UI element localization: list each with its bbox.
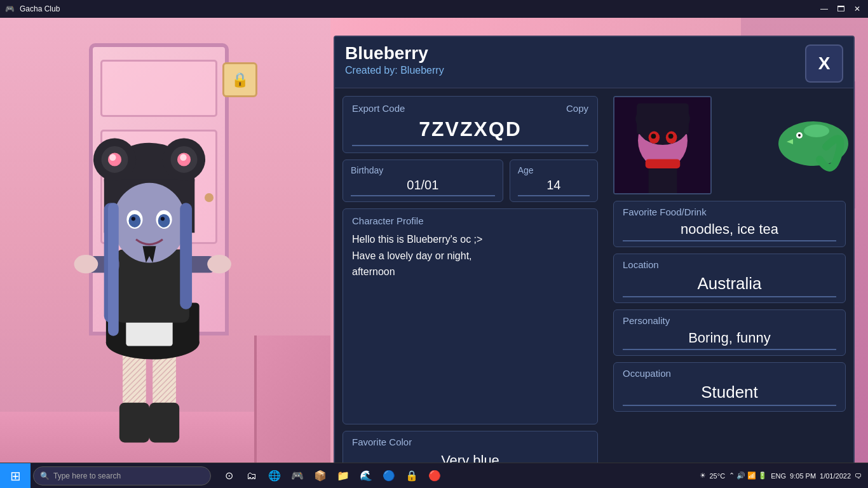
personality-label: Personality — [623, 315, 836, 326]
favorite-food-label: Favorite Food/Drink — [623, 207, 836, 217]
taskbar-app2[interactable]: 🎮 — [288, 467, 306, 485]
language: ENG — [771, 472, 786, 480]
maximize-button[interactable]: 🗖 — [835, 3, 846, 15]
svg-point-30 — [158, 214, 170, 227]
occupation-label: Occupation — [623, 368, 836, 379]
taskbar-search[interactable]: 🔍 Type here to search — [33, 466, 211, 485]
taskbar-browser2[interactable]: 🔴 — [426, 467, 444, 485]
start-button[interactable]: ⊞ — [0, 463, 31, 489]
occupation-section: Occupation Student — [613, 362, 846, 412]
character-profile-section: Character Profile Hello this is Blueberr… — [342, 208, 598, 424]
export-code-section: Export Code Copy 7ZVZXQD — [342, 96, 598, 153]
taskbar-pinned-apps: ⊙ 🗂 🌐 🎮 📦 📁 🌊 🔵 🔒 🔴 — [214, 467, 450, 485]
modal-left-column: Export Code Copy 7ZVZXQD Birthday 01/01 … — [335, 88, 606, 463]
close-modal-button[interactable]: X — [805, 44, 843, 83]
birthday-label: Birthday — [351, 165, 495, 175]
taskbar-task-view[interactable]: 🗂 — [243, 467, 261, 485]
location-label: Location — [623, 259, 836, 270]
age-label: Age — [518, 165, 590, 175]
personality-section: Personality Boring, funny — [613, 309, 846, 356]
personality-value: Boring, funny — [623, 330, 836, 350]
svg-rect-51 — [646, 159, 681, 168]
svg-rect-34 — [108, 203, 119, 336]
svg-point-31 — [132, 217, 135, 220]
close-button[interactable]: ✕ — [851, 3, 863, 15]
titlebar: 🎮 Gacha Club — 🗖 ✕ — [0, 0, 868, 18]
svg-point-55 — [798, 134, 801, 137]
taskbar-system-tray: ☀ 25°C ⌃ 🔊 📶 🔋 ENG 9:05 PM 1/01/2022 🗨 — [700, 471, 869, 480]
minimize-button[interactable]: — — [818, 3, 830, 15]
location-value: Australia — [623, 274, 836, 297]
modal-right-column: Favorite Food/Drink noodles, ice tea Loc… — [606, 88, 853, 463]
modal-body: Export Code Copy 7ZVZXQD Birthday 01/01 … — [335, 88, 853, 463]
avatar-row — [613, 96, 846, 194]
age-box: Age 14 — [510, 159, 598, 202]
taskbar-chrome[interactable]: 🔵 — [380, 467, 398, 485]
taskbar-app3[interactable]: 📦 — [311, 467, 329, 485]
copy-button[interactable]: Copy — [566, 103, 588, 114]
date: 1/01/2022 — [820, 472, 851, 480]
favorite-food-value: noodles, ice tea — [623, 221, 836, 241]
taskbar-edge[interactable]: 🌊 — [357, 467, 375, 485]
location-section: Location Australia — [613, 254, 846, 303]
taskbar: ⊞ 🔍 Type here to search ⊙ 🗂 🌐 🎮 📦 📁 🌊 🔵 … — [0, 463, 868, 488]
favorite-color-section: Favorite Color Very blue — [342, 431, 598, 463]
avatar-image — [614, 97, 710, 193]
weather-icon: ☀ — [700, 471, 706, 480]
window-title: Gacha Club — [20, 4, 818, 13]
notification-icon[interactable]: 🗨 — [855, 472, 862, 480]
favorite-color-label: Favorite Color — [352, 437, 588, 447]
temperature: 25°C — [710, 472, 726, 480]
taskbar-app1[interactable]: 🌐 — [266, 467, 283, 485]
svg-point-24 — [109, 154, 116, 161]
svg-rect-35 — [180, 203, 192, 309]
avatar-frame — [613, 96, 712, 194]
svg-point-57 — [804, 125, 829, 137]
export-label: Export Code — [352, 103, 405, 114]
character-profile-text: Hello this is Blueberry's oc ;>Have a lo… — [352, 231, 588, 280]
svg-point-13 — [207, 255, 231, 273]
modal-header: Blueberry Created by: Blueberry X — [335, 37, 853, 88]
svg-rect-5 — [149, 403, 179, 443]
search-placeholder: Type here to search — [53, 471, 121, 480]
birthday-age-row: Birthday 01/01 Age 14 — [342, 159, 598, 202]
svg-point-49 — [668, 133, 674, 139]
spirit-badge — [718, 96, 855, 194]
taskbar-app4[interactable]: 📁 — [334, 467, 352, 485]
age-value: 14 — [518, 178, 590, 196]
character — [38, 50, 261, 463]
svg-point-29 — [129, 214, 141, 227]
app-icon: 🎮 — [5, 4, 15, 13]
svg-point-48 — [651, 133, 656, 139]
profile-modal: Blueberry Created by: Blueberry X Export… — [334, 36, 855, 463]
svg-point-12 — [74, 255, 98, 273]
svg-rect-4 — [119, 403, 149, 443]
window-controls: — 🗖 ✕ — [818, 3, 863, 15]
svg-rect-45 — [637, 104, 689, 135]
favorite-food-section: Favorite Food/Drink noodles, ice tea — [613, 201, 846, 247]
svg-point-25 — [180, 154, 186, 161]
favorite-color-value: Very blue — [352, 452, 588, 463]
profile-name: Blueberry — [345, 43, 444, 64]
birthday-value: 01/01 — [351, 178, 495, 196]
taskbar-cortana[interactable]: ⊙ — [220, 467, 238, 485]
time: 9:05 PM — [790, 472, 816, 480]
occupation-value: Student — [623, 383, 836, 406]
export-code-value: 7ZVZXQD — [352, 118, 588, 146]
character-profile-label: Character Profile — [352, 215, 588, 226]
birthday-box: Birthday 01/01 — [342, 159, 503, 202]
game-background: ♥ 🔒 — [0, 18, 868, 463]
svg-point-32 — [161, 217, 165, 220]
profile-created-by: Created by: Blueberry — [345, 65, 444, 76]
taskbar-vpn[interactable]: 🔒 — [403, 467, 421, 485]
system-icons: ⌃ 🔊 📶 🔋 — [729, 471, 767, 480]
